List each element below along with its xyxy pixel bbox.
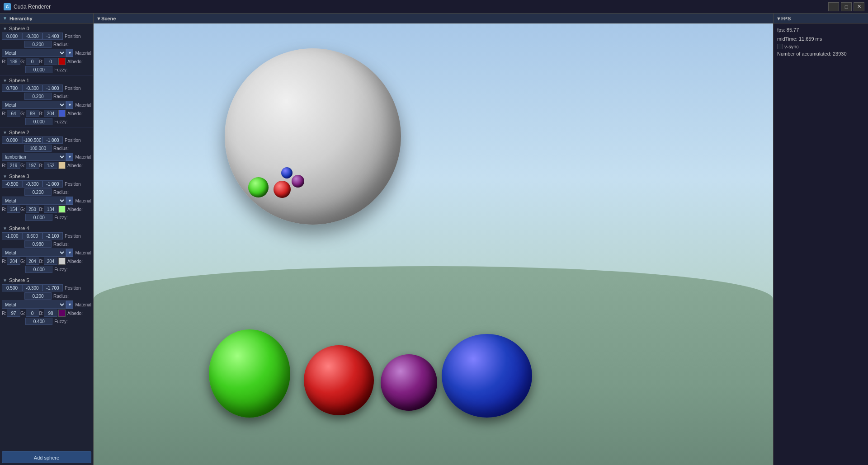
- sphere-4-fuzzy[interactable]: [25, 266, 52, 273]
- sphere-2-r[interactable]: [7, 162, 20, 169]
- sphere-3-swatch[interactable]: [58, 206, 66, 213]
- sphere-5-albedo-label: Albedo:: [67, 311, 83, 316]
- sphere-3-fuzzy[interactable]: [25, 214, 52, 221]
- sphere-5-material-select[interactable]: Metallambertiandielectric: [2, 301, 66, 309]
- sphere-2-swatch[interactable]: [58, 162, 66, 169]
- sphere-0-radius-label: Radius:: [53, 42, 69, 47]
- sphere-2-pos-x[interactable]: [2, 136, 22, 144]
- sphere-4-b[interactable]: [44, 258, 57, 265]
- sphere-1-fuzzy[interactable]: [25, 118, 52, 125]
- close-button[interactable]: ✕: [854, 2, 864, 11]
- sphere-3-pos-z[interactable]: [42, 180, 63, 188]
- sphere-1-swatch[interactable]: [58, 110, 66, 117]
- sphere-1-radius[interactable]: [24, 93, 52, 100]
- sphere-4-title[interactable]: ▼ Sphere 4: [0, 225, 93, 232]
- sphere-1-r[interactable]: [7, 110, 20, 117]
- hierarchy-content: ▼ Sphere 0 Position Radius: Metallambert…: [0, 23, 93, 450]
- sphere-3-g[interactable]: [26, 206, 39, 213]
- sphere-2-title[interactable]: ▼ Sphere 2: [0, 129, 93, 136]
- sphere-0-b[interactable]: [44, 58, 57, 65]
- sphere-5-pos-z[interactable]: [42, 284, 63, 291]
- sphere-0-material-select[interactable]: Metallambertiandielectric: [2, 49, 66, 57]
- sphere-4-pos-z[interactable]: [42, 232, 63, 240]
- sphere-0-fuzzy[interactable]: [25, 66, 52, 73]
- sphere-5-radius[interactable]: [24, 292, 52, 300]
- sphere-0-title[interactable]: ▼ Sphere 0: [0, 25, 93, 32]
- sphere-4-radius[interactable]: [24, 240, 52, 248]
- sphere-5-fuzzy[interactable]: [25, 318, 52, 325]
- sphere-4-material-select[interactable]: Metallambertiandielectric: [2, 249, 66, 257]
- sphere-0-radius[interactable]: [24, 41, 52, 48]
- sphere-4-pos-x[interactable]: [2, 232, 22, 240]
- sphere-0-r[interactable]: [7, 58, 20, 65]
- sphere-1-radius-label: Radius:: [53, 94, 69, 99]
- sphere-3-pos-label: Position: [65, 182, 81, 187]
- app-icon: C: [4, 3, 11, 10]
- sphere-1-material-select[interactable]: Metallambertiandielectric: [2, 101, 66, 109]
- sphere-5-b[interactable]: [44, 310, 57, 317]
- minimize-button[interactable]: −: [828, 2, 839, 11]
- sphere-1-g-label: G:: [20, 111, 25, 116]
- sphere-1-title[interactable]: ▼ Sphere 1: [0, 77, 93, 84]
- sphere-5-material-dropdown[interactable]: ▼: [66, 301, 73, 309]
- sphere-4-pos-y[interactable]: [22, 232, 42, 240]
- sphere-1-g[interactable]: [26, 110, 39, 117]
- sphere-0-albedo-label: Albedo:: [67, 59, 83, 64]
- sphere-3-radius[interactable]: [24, 188, 52, 196]
- sphere-4-b-label: B:: [39, 259, 43, 264]
- sphere-2-radius[interactable]: [24, 145, 52, 152]
- sphere-2-b[interactable]: [44, 162, 57, 169]
- sphere-5-r[interactable]: [7, 310, 20, 317]
- vsync-checkbox[interactable]: [777, 44, 783, 49]
- sphere-3-material-select[interactable]: Metallambertiandielectric: [2, 197, 66, 205]
- sphere-0-r-label: R:: [2, 59, 6, 64]
- sphere-5-albedo-row: R: G: B: Albedo:: [0, 309, 93, 317]
- sphere-0-g[interactable]: [26, 58, 39, 65]
- sphere-2-g[interactable]: [26, 162, 39, 169]
- sphere-4-swatch[interactable]: [58, 258, 66, 265]
- sphere-3-b-label: B:: [39, 207, 43, 212]
- sphere-5-pos-x[interactable]: [2, 284, 22, 291]
- sphere-3-pos-y[interactable]: [22, 180, 42, 188]
- sphere-0-pos-z[interactable]: [42, 33, 63, 40]
- sphere-4-albedo-label: Albedo:: [67, 259, 83, 264]
- sphere-4-fuzzy-label: Fuzzy:: [54, 267, 67, 272]
- sphere-5-fuzzy-row: Fuzzy:: [0, 317, 93, 325]
- sphere-3-b[interactable]: [44, 206, 57, 213]
- sphere-1-b[interactable]: [44, 110, 57, 117]
- sphere-2-material-dropdown[interactable]: ▼: [66, 153, 73, 161]
- sphere-0-swatch[interactable]: [58, 58, 66, 65]
- sphere-3-material-dropdown[interactable]: ▼: [66, 197, 73, 205]
- sphere-1-pos-x[interactable]: [2, 85, 22, 92]
- fps-value-row: fps: 85.77: [777, 26, 864, 34]
- sphere-0-pos-x[interactable]: [2, 33, 22, 40]
- sphere-3-r[interactable]: [7, 206, 20, 213]
- sphere-5-title[interactable]: ▼ Sphere 5: [0, 277, 93, 284]
- sphere-0-pos-y[interactable]: [22, 33, 42, 40]
- sphere-2-albedo-label: Albedo:: [67, 163, 83, 168]
- sphere-3-albedo-row: R: G: B: Albedo:: [0, 205, 93, 213]
- sphere-4-r[interactable]: [7, 258, 20, 265]
- sphere-4-g-label: G:: [20, 259, 25, 264]
- scene-viewport[interactable]: [94, 23, 773, 465]
- sphere-2-material-select[interactable]: lambertianMetaldielectric: [2, 153, 66, 161]
- sphere-2-pos-y[interactable]: [22, 136, 42, 144]
- sphere-5-radius-row: Radius:: [0, 292, 93, 300]
- sphere-0-pos-row: Position: [0, 32, 93, 40]
- sphere-2-r-label: R:: [2, 163, 6, 168]
- sphere-2-pos-z[interactable]: [42, 136, 63, 144]
- sphere-0-material-dropdown[interactable]: ▼: [66, 49, 73, 57]
- sphere-5-pos-y[interactable]: [22, 284, 42, 291]
- sphere-5-swatch[interactable]: [58, 310, 66, 317]
- sphere-item-4: ▼ Sphere 4 Position Radius: Metallambert…: [0, 223, 93, 275]
- sphere-1-pos-y[interactable]: [22, 85, 42, 92]
- sphere-3-pos-x[interactable]: [2, 180, 22, 188]
- sphere-5-g[interactable]: [26, 310, 39, 317]
- sphere-4-g[interactable]: [26, 258, 39, 265]
- sphere-1-pos-z[interactable]: [42, 85, 63, 92]
- maximize-button[interactable]: □: [841, 2, 852, 11]
- add-sphere-button[interactable]: Add sphere: [2, 451, 91, 463]
- sphere-3-title[interactable]: ▼ Sphere 3: [0, 173, 93, 180]
- sphere-1-material-dropdown[interactable]: ▼: [66, 101, 73, 109]
- sphere-4-material-dropdown[interactable]: ▼: [66, 249, 73, 257]
